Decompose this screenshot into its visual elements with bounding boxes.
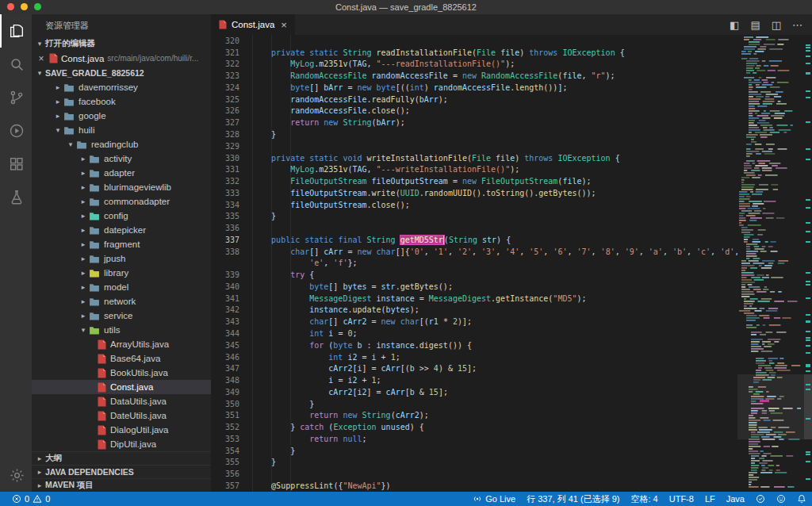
- line-number: 335: [211, 212, 252, 220]
- code-line: 321 private static String readInstallati…: [211, 47, 737, 59]
- java-file-icon: [98, 397, 106, 407]
- activity-settings-gear[interactable]: [0, 458, 32, 492]
- problems-indicator[interactable]: 0 0: [6, 492, 56, 506]
- tree-item-dialogutil-java[interactable]: DialogUtil.java: [32, 423, 211, 437]
- language-mode[interactable]: Java: [721, 492, 750, 506]
- tree-item-davemorrissey[interactable]: ▸davemorrissey: [32, 80, 211, 94]
- code-line: 323 RandomAccessFile randomAccessFile = …: [211, 70, 737, 82]
- java-file-icon: [98, 439, 106, 450]
- code-text: for (byte b : instance.digest()) {: [252, 341, 472, 350]
- activity-run-debug-icon[interactable]: [0, 114, 32, 148]
- sidebar-title: 资源管理器: [32, 14, 211, 36]
- close-window-button[interactable]: [7, 3, 14, 10]
- tree-item-utils[interactable]: ▾utils: [32, 323, 211, 337]
- tree-item-bookutils-java[interactable]: BookUtils.java: [32, 366, 211, 380]
- tree-item-model[interactable]: ▸model: [32, 280, 211, 294]
- tree-item-diputil-java[interactable]: DipUtil.java: [32, 437, 211, 451]
- tree-item-google[interactable]: ▸google: [32, 109, 211, 123]
- file-tree: ▸davemorrissey▸facebook▸google▾huili▾rea…: [32, 80, 211, 451]
- scrollbar-overview-ruler[interactable]: [804, 35, 812, 492]
- tab-const-java[interactable]: Const.java ×: [211, 14, 295, 35]
- tree-item-base64-java[interactable]: Base64.java: [32, 351, 211, 366]
- tree-item-datautils-java[interactable]: DataUtils.java: [32, 394, 211, 408]
- tree-item-config[interactable]: ▸config: [32, 209, 211, 223]
- code-text: byte[] bArr = new byte[((int) randomAcce…: [252, 83, 567, 92]
- tree-item-service[interactable]: ▸service: [32, 309, 211, 323]
- open-preview-icon[interactable]: ▤: [750, 19, 760, 31]
- tree-item-library[interactable]: ▸library: [32, 266, 211, 280]
- open-editor-item-const-java[interactable]: × Const.java src/main/java/com/huili/r..…: [32, 51, 211, 66]
- tree-item-commonadapter[interactable]: ▸commonadapter: [32, 194, 211, 209]
- tree-item-adapter[interactable]: ▸adapter: [32, 166, 211, 180]
- tree-item-jpush[interactable]: ▸jpush: [32, 251, 211, 266]
- tree-item-label: library: [104, 268, 128, 278]
- tree-item-const-java[interactable]: Const.java: [32, 380, 211, 394]
- tree-item-fragment[interactable]: ▸fragment: [32, 237, 211, 251]
- open-changes-icon[interactable]: ◧: [730, 19, 739, 31]
- code-line: 353 return null;: [211, 433, 737, 445]
- line-number: 354: [211, 447, 252, 455]
- code-line: 342 instance.update(bytes);: [211, 305, 737, 316]
- more-actions-icon[interactable]: ⋯: [792, 19, 802, 31]
- chevron-right-icon: ▸: [52, 112, 63, 120]
- project-root-header[interactable]: ▾ SAVE_GRADLE_8825612: [32, 66, 211, 80]
- editor-group: Const.java × ◧ ▤ ◫ ⋯ 320321 private stat…: [211, 14, 812, 492]
- code-lines: 320321 private static String readInstall…: [211, 35, 737, 492]
- line-number: 333: [211, 189, 252, 197]
- cursor-position[interactable]: 行 337, 列 41 (已选择 9): [521, 492, 625, 506]
- tree-item-label: facebook: [79, 97, 116, 106]
- tree-item-label: readingclub: [91, 140, 138, 149]
- line-number: 355: [211, 458, 252, 466]
- split-editor-icon[interactable]: ◫: [772, 19, 781, 31]
- feedback-button[interactable]: [771, 492, 791, 506]
- tree-item-readingclub[interactable]: ▾readingclub: [32, 137, 211, 151]
- code-editor[interactable]: 320321 private static String readInstall…: [211, 35, 812, 492]
- line-number: 340: [211, 282, 252, 291]
- folder-icon: [63, 83, 75, 92]
- code-text: MessageDigest instance = MessageDigest.g…: [252, 294, 587, 303]
- line-number: 351: [211, 411, 252, 420]
- line-number: 338: [211, 247, 252, 256]
- tree-item-arrayutils-java[interactable]: ArrayUtils.java: [32, 337, 211, 351]
- activity-explorer-icon[interactable]: [0, 14, 32, 48]
- java-status-button[interactable]: [750, 492, 771, 506]
- activity-test-beaker-icon[interactable]: [0, 181, 32, 214]
- bell-icon: [797, 494, 806, 504]
- close-editor-icon[interactable]: ×: [36, 53, 46, 64]
- minimap[interactable]: [737, 35, 804, 492]
- code-text: randomAccessFile.readFully(bArr);: [252, 95, 448, 104]
- eol-setting[interactable]: LF: [699, 492, 721, 506]
- chevron-right-icon: ▸: [78, 183, 89, 191]
- indentation-setting[interactable]: 空格: 4: [626, 492, 664, 506]
- encoding-setting[interactable]: UTF-8: [664, 492, 699, 506]
- close-tab-icon[interactable]: ×: [281, 19, 287, 31]
- activity-source-control-icon[interactable]: [0, 81, 32, 114]
- tree-item-facebook[interactable]: ▸facebook: [32, 94, 211, 109]
- open-editors-section-header[interactable]: ▾ 打开的编辑器: [32, 36, 211, 51]
- tree-item-activity[interactable]: ▸activity: [32, 151, 211, 166]
- minimize-window-button[interactable]: [21, 3, 28, 10]
- sidebar-section-java-dependencies[interactable]: ▸ JAVA DEPENDENCIES: [32, 465, 211, 478]
- line-number: 322: [211, 59, 252, 68]
- tree-item-label: commonadapter: [104, 197, 170, 206]
- activity-search-icon[interactable]: [0, 48, 32, 81]
- code-text: return null;: [252, 435, 367, 443]
- zoom-window-button[interactable]: [34, 3, 41, 10]
- code-text: private static String readInstallationFi…: [252, 48, 625, 57]
- tree-item-dateutils-java[interactable]: DateUtils.java: [32, 408, 211, 423]
- go-live-button[interactable]: Go Live: [467, 492, 521, 506]
- sidebar-section-outline[interactable]: ▸ 大纲: [32, 451, 211, 465]
- open-editor-file-name: Const.java: [61, 54, 104, 63]
- tree-item-network[interactable]: ▸network: [32, 294, 211, 309]
- line-number: 347: [211, 364, 252, 373]
- code-text: MyLog.m2351v(TAG, "---writeInstallationF…: [252, 165, 519, 174]
- sidebar-section-maven[interactable]: ▸ MAVEN 项目: [32, 478, 211, 492]
- activity-extensions-icon[interactable]: [0, 148, 32, 181]
- tree-item-blurimageviewlib[interactable]: ▸blurimageviewlib: [32, 180, 211, 194]
- tree-item-huili[interactable]: ▾huili: [32, 123, 211, 137]
- code-line: 340 byte[] bytes = str.getBytes();: [211, 281, 737, 293]
- code-text: i = i2 + 1;: [252, 376, 381, 385]
- tree-item-datepicker[interactable]: ▸datepicker: [32, 223, 211, 237]
- folder-icon: [89, 240, 100, 249]
- notifications-button[interactable]: [791, 492, 812, 506]
